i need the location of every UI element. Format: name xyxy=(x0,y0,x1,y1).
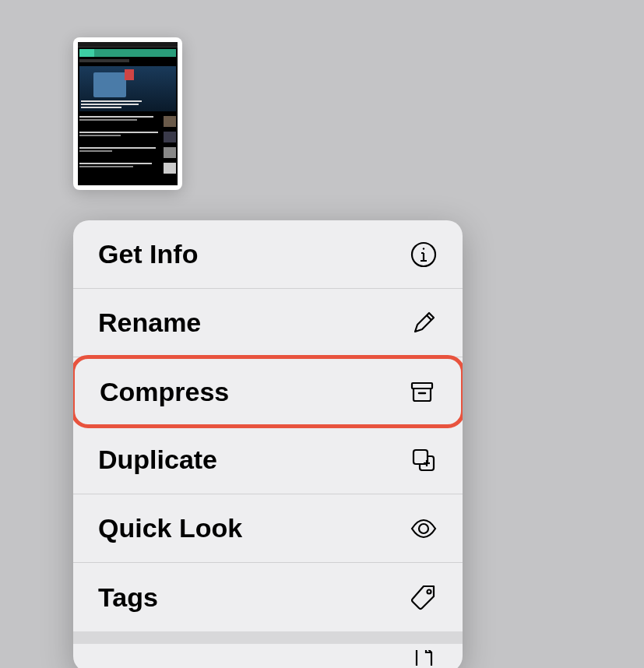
svg-rect-8 xyxy=(413,450,428,464)
info-circle-icon xyxy=(410,241,438,269)
menu-item-label: Tags xyxy=(98,582,158,613)
archive-box-icon xyxy=(408,378,436,406)
context-menu: Get Info Rename Compress xyxy=(73,220,463,668)
menu-item-label: Duplicate xyxy=(98,445,217,475)
eye-icon xyxy=(410,515,438,543)
menu-item-label: Rename xyxy=(98,308,201,338)
menu-item-label: Compress xyxy=(100,377,229,407)
file-preview-thumbnail[interactable] xyxy=(73,37,182,190)
menu-item-rename[interactable]: Rename xyxy=(73,289,463,357)
tag-icon xyxy=(410,583,438,611)
document-icon xyxy=(410,650,438,666)
menu-item-partial[interactable] xyxy=(73,644,463,668)
duplicate-plus-icon xyxy=(410,446,438,474)
menu-item-compress[interactable]: Compress xyxy=(73,355,463,428)
menu-item-label: Quick Look xyxy=(98,513,242,543)
svg-rect-6 xyxy=(412,383,432,388)
menu-separator xyxy=(73,631,463,644)
file-preview-content xyxy=(78,42,178,185)
svg-point-2 xyxy=(423,248,424,249)
svg-point-11 xyxy=(419,524,428,533)
pencil-icon xyxy=(410,309,438,337)
menu-item-duplicate[interactable]: Duplicate xyxy=(73,426,463,494)
menu-item-tags[interactable]: Tags xyxy=(73,563,463,631)
menu-item-quick-look[interactable]: Quick Look xyxy=(73,494,463,563)
menu-item-label: Get Info xyxy=(98,239,198,269)
svg-line-5 xyxy=(427,315,431,320)
menu-item-get-info[interactable]: Get Info xyxy=(73,220,463,289)
svg-point-12 xyxy=(428,590,431,594)
